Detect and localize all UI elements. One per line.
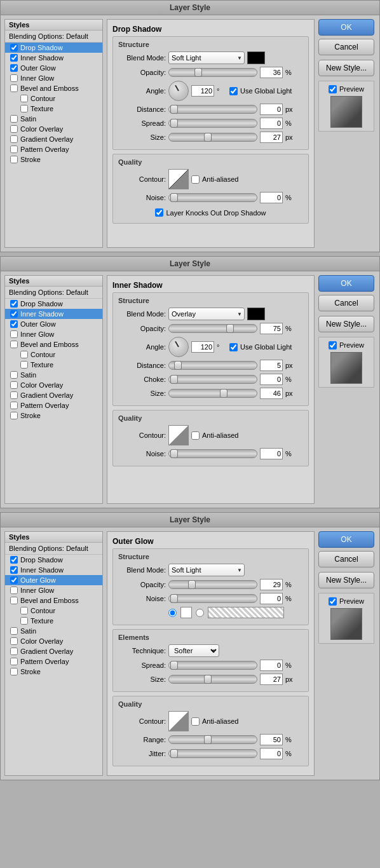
size-value-1[interactable] (260, 132, 283, 143)
opacity-slider-3[interactable] (168, 580, 257, 589)
cb-outer-glow-3[interactable] (10, 576, 18, 584)
global-light-label-2[interactable]: Use Global Light (229, 343, 292, 351)
angle-value-1[interactable] (191, 85, 214, 97)
cb-contour-3[interactable] (20, 607, 28, 614)
cb-drop-shadow-1[interactable] (10, 44, 18, 51)
distance-thumb-1[interactable] (170, 105, 178, 114)
style-item-drop-shadow-3[interactable]: Drop Shadow (5, 555, 102, 565)
style-item-bevel-3[interactable]: Bevel and Emboss (5, 595, 102, 606)
blend-mode-select-1[interactable]: Soft Light (168, 51, 245, 64)
opacity-thumb-3[interactable] (188, 580, 196, 589)
angle-dial-2[interactable] (168, 337, 189, 357)
spread-thumb-3[interactable] (170, 661, 178, 670)
ok-button-1[interactable]: OK (318, 19, 374, 36)
style-item-bevel-2[interactable]: Bevel and Emboss (5, 339, 102, 349)
style-item-inner-glow-2[interactable]: Inner Glow (5, 329, 102, 339)
cb-color-overlay-2[interactable] (10, 381, 18, 389)
distance-value-2[interactable] (260, 360, 283, 371)
ok-button-2[interactable]: OK (318, 275, 374, 292)
cb-inner-glow-2[interactable] (10, 330, 18, 338)
style-item-pattern-overlay-1[interactable]: Pattern Overlay (5, 144, 102, 154)
cb-color-overlay-3[interactable] (10, 637, 18, 645)
cb-bevel-1[interactable] (10, 85, 18, 92)
blend-mode-select-wrapper-1[interactable]: Soft Light (168, 51, 245, 64)
cb-texture-1[interactable] (20, 105, 28, 112)
style-item-outer-glow-3[interactable]: Outer Glow (5, 575, 102, 585)
noise-slider-1[interactable] (168, 193, 257, 202)
cb-inner-glow-3[interactable] (10, 587, 18, 594)
style-item-inner-glow-1[interactable]: Inner Glow (5, 73, 102, 83)
choke-slider-2[interactable] (168, 375, 257, 384)
jitter-value-3[interactable] (260, 748, 283, 759)
jitter-slider-3[interactable] (168, 749, 257, 758)
style-item-inner-shadow-1[interactable]: Inner Shadow (5, 53, 102, 63)
style-item-stroke-3[interactable]: Stroke (5, 667, 102, 677)
blending-options-1[interactable]: Blending Options: Default (5, 31, 102, 43)
cb-inner-shadow-3[interactable] (10, 566, 18, 574)
opacity-thumb-2[interactable] (226, 324, 234, 333)
anti-aliased-label-3[interactable]: Anti-aliased (191, 717, 238, 726)
noise-value-3-struct[interactable] (260, 593, 283, 604)
size-value-2[interactable] (260, 388, 283, 399)
cb-satin-2[interactable] (10, 371, 18, 379)
cb-drop-shadow-3[interactable] (10, 556, 18, 564)
cancel-button-3[interactable]: Cancel (318, 551, 374, 567)
cb-satin-1[interactable] (10, 115, 18, 123)
style-item-bevel-1[interactable]: Bevel and Emboss (5, 83, 102, 93)
cb-satin-3[interactable] (10, 627, 18, 635)
style-item-outer-glow-2[interactable]: Outer Glow (5, 319, 102, 329)
blend-mode-select-wrapper-3[interactable]: Soft Light (168, 564, 245, 576)
cancel-button-2[interactable]: Cancel (318, 295, 374, 311)
anti-aliased-label-2[interactable]: Anti-aliased (191, 431, 238, 440)
color-swatch-2[interactable] (247, 308, 265, 320)
cb-pattern-overlay-2[interactable] (10, 402, 18, 409)
distance-thumb-2[interactable] (174, 361, 182, 370)
style-item-outer-glow-1[interactable]: Outer Glow (5, 63, 102, 73)
noise-thumb-1[interactable] (170, 193, 178, 202)
style-item-drop-shadow-1[interactable]: Drop Shadow (5, 43, 102, 53)
anti-aliased-label-1[interactable]: Anti-aliased (191, 175, 238, 184)
cb-inner-shadow-1[interactable] (10, 54, 18, 62)
distance-value-1[interactable] (260, 104, 283, 115)
anti-aliased-cb-1[interactable] (191, 175, 200, 184)
cb-outer-glow-2[interactable] (10, 320, 18, 328)
style-item-texture-1[interactable]: Texture (5, 104, 102, 114)
range-value-3[interactable] (260, 734, 283, 745)
style-item-satin-2[interactable]: Satin (5, 370, 102, 380)
style-item-inner-glow-3[interactable]: Inner Glow (5, 585, 102, 595)
global-light-label-1[interactable]: Use Global Light (229, 87, 292, 95)
range-slider-3[interactable] (168, 735, 257, 744)
cb-outer-glow-1[interactable] (10, 64, 18, 72)
size-thumb-1[interactable] (204, 133, 212, 142)
blend-mode-select-3[interactable]: Soft Light (168, 564, 245, 576)
style-item-contour-2[interactable]: Contour (5, 349, 102, 360)
opacity-value-2[interactable] (260, 323, 283, 334)
style-item-pattern-overlay-2[interactable]: Pattern Overlay (5, 400, 102, 410)
new-style-button-1[interactable]: New Style... (318, 60, 374, 76)
blending-options-2[interactable]: Blending Options: Default (5, 287, 102, 299)
size-slider-3[interactable] (168, 675, 257, 684)
noise-slider-2[interactable] (168, 449, 257, 458)
ok-button-3[interactable]: OK (318, 531, 374, 548)
technique-select-wrapper-3[interactable]: Softer (168, 644, 219, 657)
style-item-color-overlay-1[interactable]: Color Overlay (5, 124, 102, 134)
cb-inner-shadow-2[interactable] (10, 310, 18, 318)
preview-cb-1[interactable] (329, 85, 337, 93)
spread-thumb-1[interactable] (170, 119, 178, 128)
cb-bevel-2[interactable] (10, 341, 18, 348)
cb-gradient-overlay-3[interactable] (10, 648, 18, 655)
cb-pattern-overlay-3[interactable] (10, 658, 18, 665)
contour-preview-2[interactable] (168, 425, 189, 445)
cb-stroke-3[interactable] (10, 668, 18, 675)
opacity-value-3[interactable] (260, 579, 283, 590)
style-item-pattern-overlay-3[interactable]: Pattern Overlay (5, 656, 102, 667)
noise-slider-3-struct[interactable] (168, 594, 257, 603)
distance-slider-2[interactable] (168, 361, 257, 370)
size-thumb-2[interactable] (220, 389, 227, 398)
global-light-cb-1[interactable] (229, 87, 238, 95)
radio-gradient-3[interactable] (196, 609, 204, 617)
style-item-satin-1[interactable]: Satin (5, 114, 102, 124)
cb-stroke-1[interactable] (10, 156, 18, 163)
noise-value-1[interactable] (260, 192, 283, 203)
spread-value-3[interactable] (260, 660, 283, 671)
